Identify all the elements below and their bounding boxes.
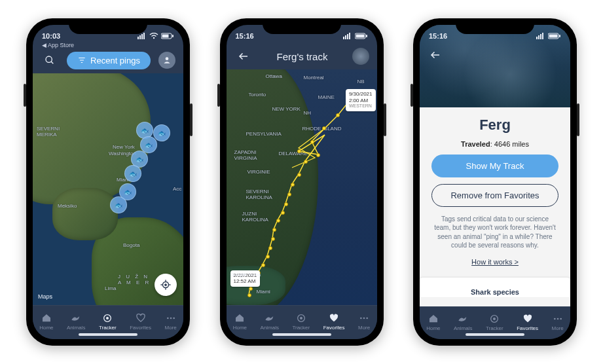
tab-home[interactable]: Home (233, 313, 247, 331)
svg-point-36 (363, 318, 365, 319)
tab-animals[interactable]: Animals (261, 313, 279, 331)
back-button[interactable] (234, 47, 253, 65)
tab-more[interactable]: More (358, 313, 370, 331)
svg-rect-26 (345, 35, 346, 39)
map-label: JUZNI KAROLINA (242, 211, 268, 223)
home-indicator[interactable] (79, 333, 137, 336)
map-label: Miami (257, 289, 270, 295)
back-button[interactable] (426, 46, 445, 64)
svg-rect-28 (349, 33, 350, 39)
map-label: Acc (173, 186, 181, 192)
map-label: Ottawa (266, 73, 282, 79)
svg-point-22 (167, 318, 169, 319)
phone-profile: 15:16 Ferg Traveled: 4646 miles Show My … (413, 18, 577, 346)
recent-pings-label: Recent pings (90, 56, 140, 65)
battery-icon (161, 33, 174, 39)
animal-name: Ferg (479, 117, 511, 134)
next-section-peek[interactable]: Shark species (420, 278, 570, 297)
search-button[interactable] (41, 51, 59, 69)
svg-rect-44 (559, 35, 560, 37)
profile-sheet: Ferg Traveled: 4646 miles Show My Track … (420, 107, 570, 306)
tab-animals[interactable]: Animals (454, 314, 472, 331)
map-attribution: Google Kuba (230, 272, 261, 278)
tab-more[interactable]: More (552, 314, 564, 331)
screen: 15:16 Ferg's track Ottawa Montreal Toron… (227, 25, 377, 339)
tab-favorites[interactable]: Favorites (517, 314, 538, 331)
svg-point-37 (366, 318, 368, 319)
map-label: ZAPADNI VIRGINIA (234, 149, 257, 161)
svg-rect-1 (139, 35, 141, 39)
map-label: Montreal (304, 75, 324, 81)
svg-rect-27 (347, 34, 348, 39)
filter-icon (77, 56, 86, 65)
tab-home[interactable]: Home (39, 313, 53, 331)
status-time: 15:16 (236, 32, 254, 40)
tab-tracker[interactable]: Tracker (486, 314, 503, 331)
map-label: Bogota (123, 242, 139, 248)
map-label: MAINE (318, 94, 335, 100)
map-label: SEVERNI MERIKA (37, 126, 60, 137)
how-it-works-link[interactable]: How it works > (471, 258, 519, 266)
map-attribution: Maps (38, 293, 52, 300)
map-label: New York (113, 144, 135, 150)
svg-point-47 (494, 318, 496, 319)
svg-point-50 (560, 318, 562, 319)
remove-favorite-button[interactable]: Remove from Favorites (431, 184, 558, 207)
screen: 10:03 ◀ App Store Recent pings (33, 25, 183, 339)
tab-favorites[interactable]: Favorites (323, 313, 345, 331)
tab-favorites[interactable]: Favorites (130, 313, 151, 331)
tab-tracker[interactable]: Tracker (99, 313, 117, 331)
distance-traveled: Traveled: 4646 miles (461, 140, 529, 148)
user-icon (162, 56, 172, 65)
map-label: NH (304, 110, 312, 116)
back-icon (429, 49, 441, 61)
notch (456, 18, 534, 34)
svg-point-49 (557, 318, 558, 319)
svg-rect-3 (143, 33, 145, 39)
notch (263, 18, 341, 34)
animal-ping[interactable]: 🐟 (124, 165, 141, 182)
svg-rect-38 (536, 37, 538, 39)
tab-more[interactable]: More (165, 313, 177, 331)
map-label: NB (357, 79, 365, 84)
svg-point-8 (46, 56, 52, 62)
locate-button[interactable] (155, 274, 177, 296)
profile-button[interactable] (158, 52, 175, 69)
status-right (137, 33, 174, 39)
animal-avatar[interactable] (352, 48, 369, 65)
svg-rect-31 (366, 35, 367, 37)
animal-ping[interactable]: 🐟 (153, 124, 170, 141)
svg-point-13 (166, 57, 169, 60)
app-header: Recent pings (33, 47, 183, 73)
locate-icon (160, 279, 172, 291)
tab-home[interactable]: Home (426, 314, 440, 331)
track-map[interactable]: Ottawa Montreal Toronto MAINE NB NEW YOR… (227, 69, 377, 305)
svg-rect-2 (141, 34, 143, 39)
map-view[interactable]: SEVERNI MERIKA New York Washington Miami… (33, 73, 183, 305)
tab-tracker[interactable]: Tracker (292, 313, 310, 331)
svg-point-23 (170, 318, 172, 319)
recent-pings-button[interactable]: Recent pings (67, 52, 151, 69)
svg-rect-39 (538, 35, 539, 39)
status-time: 15:16 (429, 32, 447, 40)
battery-icon (355, 33, 368, 39)
status-right (343, 33, 368, 39)
svg-rect-6 (162, 35, 169, 38)
status-right (536, 33, 561, 39)
animal-ping[interactable]: 🐟 (110, 196, 127, 213)
home-indicator[interactable] (466, 333, 524, 336)
home-indicator[interactable] (272, 333, 331, 336)
phone-track-detail: 15:16 Ferg's track Ottawa Montreal Toron… (220, 18, 384, 346)
map-label: NEW YORK (272, 106, 301, 112)
tab-animals[interactable]: Animals (67, 313, 85, 331)
map-label: Toronto (249, 92, 266, 98)
show-track-button[interactable]: Show My Track (431, 155, 558, 177)
map-label: J U Ž N A M E R (118, 274, 151, 285)
map-label: PENSYLVANIA (246, 131, 282, 137)
track-start-annotation[interactable]: 9/30/2021 2:00 AM WESTERN (346, 89, 376, 111)
svg-rect-41 (542, 33, 543, 39)
app-header: Ferg's track (227, 43, 377, 69)
svg-rect-7 (172, 35, 174, 37)
map-label: Lima (105, 285, 116, 291)
notch (69, 18, 147, 34)
